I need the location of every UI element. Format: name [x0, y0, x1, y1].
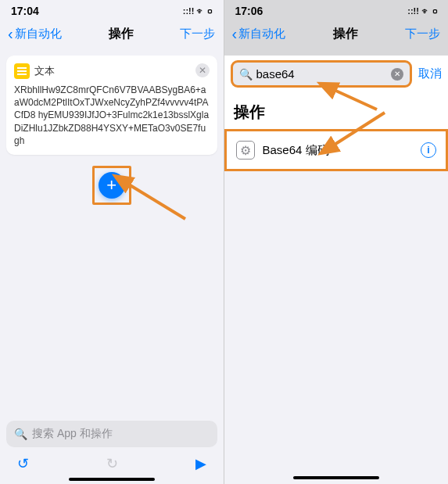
- bottom-bar: 🔍 搜索 App 和操作 ↺ ↻ ▶: [0, 416, 224, 484]
- status-time: 17:04: [11, 5, 39, 17]
- toolbar: ↺ ↻ ▶: [6, 447, 217, 475]
- status-bar: 17:04 ::!! ᯤ ▢: [0, 0, 224, 19]
- card-label: 文本: [34, 64, 55, 78]
- chevron-left-icon: ‹: [232, 25, 238, 43]
- result-base64-encode[interactable]: ⚙ Base64 编码 i: [224, 129, 449, 171]
- back-label: 新自动化: [15, 27, 62, 41]
- search-icon: 🔍: [14, 428, 27, 440]
- text-action-card[interactable]: 文本 ✕ XRbhllHw9ZC8mrQFCn6V7BVAABSygBA6+aa…: [6, 56, 217, 155]
- back-label: 新自动化: [238, 27, 285, 41]
- back-button[interactable]: ‹ 新自动化: [232, 25, 286, 43]
- status-icons: ::!! ᯤ ▢: [407, 6, 437, 16]
- clear-icon[interactable]: ✕: [391, 68, 403, 81]
- nav-bar: ‹ 新自动化 操作 下一步: [0, 19, 224, 49]
- home-indicator[interactable]: [69, 478, 155, 481]
- next-button[interactable]: 下一步: [180, 27, 215, 41]
- search-value: base64: [256, 67, 295, 81]
- close-icon[interactable]: ✕: [195, 63, 210, 77]
- search-icon: 🔍: [239, 68, 253, 81]
- search-input[interactable]: 🔍 搜索 App 和操作: [6, 421, 217, 447]
- status-icons: ::!! ᯤ ▢: [183, 6, 213, 16]
- search-placeholder: 搜索 App 和操作: [32, 427, 113, 441]
- status-bar: 17:06 ::!! ᯤ ▢: [224, 0, 449, 19]
- back-button[interactable]: ‹ 新自动化: [8, 25, 62, 43]
- search-input[interactable]: 🔍 base64 ✕: [231, 60, 413, 88]
- play-icon[interactable]: ▶: [195, 455, 206, 472]
- undo-icon[interactable]: ↺: [17, 455, 29, 472]
- add-action-button[interactable]: +: [99, 172, 125, 199]
- info-icon[interactable]: i: [421, 142, 436, 158]
- result-label: Base64 编码: [263, 143, 421, 158]
- redo-icon: ↻: [106, 455, 118, 472]
- home-indicator[interactable]: [293, 476, 379, 479]
- next-button[interactable]: 下一步: [405, 27, 440, 41]
- content-area: 文本 ✕ XRbhllHw9ZC8mrQFCn6V7BVAABSygBA6+aa…: [0, 49, 224, 416]
- chevron-left-icon: ‹: [8, 25, 13, 43]
- gear-icon: ⚙: [236, 141, 255, 160]
- right-phone: 17:06 ::!! ᯤ ▢ ‹ 新自动化 操作 下一步 🔍 base64 ✕ …: [224, 0, 449, 484]
- card-body: XRbhllHw9ZC8mrQFCn6V7BVAABSygBA6+aaW0dcM…: [14, 84, 210, 147]
- left-phone: 17:04 ::!! ᯤ ▢ ‹ 新自动化 操作 下一步 文本 ✕ XRbhll…: [0, 0, 224, 484]
- page-title: 操作: [333, 26, 358, 42]
- nav-bar: ‹ 新自动化 操作 下一步: [224, 19, 449, 49]
- cancel-button[interactable]: 取消: [418, 66, 442, 81]
- page-title: 操作: [109, 26, 134, 42]
- content-area: 🔍 base64 ✕ 取消 操作 ⚙ Base64 编码 i: [224, 56, 449, 474]
- text-icon: [14, 63, 30, 79]
- section-title: 操作: [224, 92, 449, 129]
- status-time: 17:06: [235, 5, 263, 17]
